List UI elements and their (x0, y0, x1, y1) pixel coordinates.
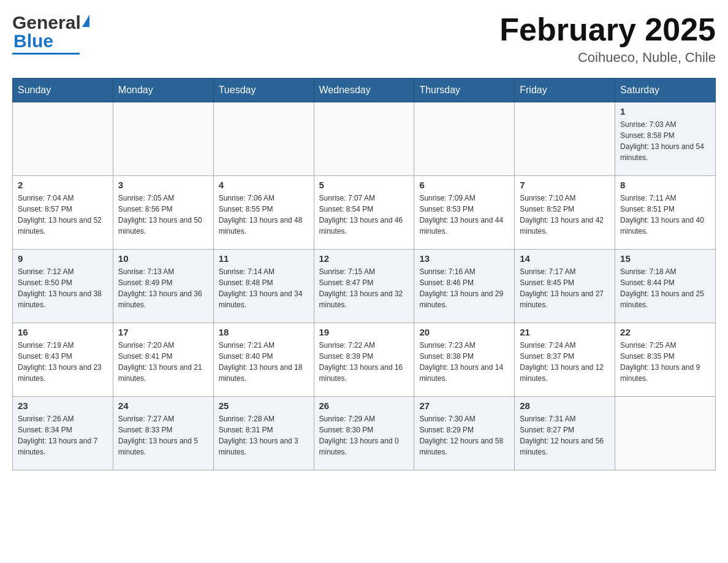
day-info: Sunrise: 7:06 AMSunset: 8:55 PMDaylight:… (219, 193, 309, 237)
day-number: 10 (118, 253, 208, 264)
day-info: Sunrise: 7:13 AMSunset: 8:49 PMDaylight:… (118, 266, 208, 310)
day-info: Sunrise: 7:16 AMSunset: 8:46 PMDaylight:… (419, 266, 509, 310)
logo: General Blue (12, 12, 89, 55)
col-tuesday: Tuesday (213, 79, 314, 102)
col-friday: Friday (515, 79, 615, 102)
logo-triangle-icon (82, 15, 89, 27)
day-number: 26 (319, 400, 409, 411)
calendar-day-cell: 23Sunrise: 7:26 AMSunset: 8:34 PMDayligh… (13, 397, 113, 470)
calendar-day-cell: 16Sunrise: 7:19 AMSunset: 8:43 PMDayligh… (13, 323, 113, 397)
calendar-day-cell: 12Sunrise: 7:15 AMSunset: 8:47 PMDayligh… (314, 250, 414, 323)
day-number: 13 (419, 253, 509, 264)
calendar-header-row: Sunday Monday Tuesday Wednesday Thursday… (13, 79, 716, 102)
calendar-day-cell: 6Sunrise: 7:09 AMSunset: 8:53 PMDaylight… (414, 176, 515, 250)
calendar-day-cell: 2Sunrise: 7:04 AMSunset: 8:57 PMDaylight… (13, 176, 113, 250)
col-wednesday: Wednesday (314, 79, 414, 102)
day-number: 27 (419, 400, 509, 411)
calendar-day-cell: 9Sunrise: 7:12 AMSunset: 8:50 PMDaylight… (13, 250, 113, 323)
day-info: Sunrise: 7:20 AMSunset: 8:41 PMDaylight:… (118, 340, 208, 384)
calendar-day-cell: 19Sunrise: 7:22 AMSunset: 8:39 PMDayligh… (314, 323, 414, 397)
day-info: Sunrise: 7:26 AMSunset: 8:34 PMDaylight:… (18, 413, 108, 458)
day-number: 7 (520, 180, 610, 190)
day-info: Sunrise: 7:21 AMSunset: 8:40 PMDaylight:… (219, 340, 309, 384)
calendar-week-row: 23Sunrise: 7:26 AMSunset: 8:34 PMDayligh… (13, 397, 716, 470)
day-number: 25 (219, 400, 309, 411)
calendar-day-cell (414, 102, 515, 176)
col-sunday: Sunday (13, 79, 113, 102)
calendar-day-cell: 10Sunrise: 7:13 AMSunset: 8:49 PMDayligh… (113, 250, 213, 323)
calendar-day-cell (515, 102, 615, 176)
calendar-day-cell: 15Sunrise: 7:18 AMSunset: 8:44 PMDayligh… (615, 250, 716, 323)
day-info: Sunrise: 7:24 AMSunset: 8:37 PMDaylight:… (520, 340, 610, 384)
calendar-day-cell: 7Sunrise: 7:10 AMSunset: 8:52 PMDaylight… (515, 176, 615, 250)
calendar-day-cell: 5Sunrise: 7:07 AMSunset: 8:54 PMDaylight… (314, 176, 414, 250)
day-number: 22 (620, 327, 710, 337)
day-info: Sunrise: 7:29 AMSunset: 8:30 PMDaylight:… (319, 413, 409, 458)
day-number: 28 (520, 400, 610, 411)
calendar-day-cell: 17Sunrise: 7:20 AMSunset: 8:41 PMDayligh… (113, 323, 213, 397)
day-number: 14 (520, 253, 610, 264)
calendar-day-cell (13, 102, 113, 176)
page-header: General Blue February 2025 Coihueco, Nub… (12, 12, 716, 66)
day-number: 20 (419, 327, 509, 337)
logo-general: General (12, 12, 81, 33)
day-number: 21 (520, 327, 610, 337)
col-thursday: Thursday (414, 79, 515, 102)
calendar-week-row: 16Sunrise: 7:19 AMSunset: 8:43 PMDayligh… (13, 323, 716, 397)
day-number: 17 (118, 327, 208, 337)
day-info: Sunrise: 7:30 AMSunset: 8:29 PMDaylight:… (419, 413, 509, 458)
calendar-day-cell: 14Sunrise: 7:17 AMSunset: 8:45 PMDayligh… (515, 250, 615, 323)
calendar-day-cell: 21Sunrise: 7:24 AMSunset: 8:37 PMDayligh… (515, 323, 615, 397)
calendar-day-cell: 8Sunrise: 7:11 AMSunset: 8:51 PMDaylight… (615, 176, 716, 250)
day-info: Sunrise: 7:10 AMSunset: 8:52 PMDaylight:… (520, 193, 610, 237)
calendar-day-cell: 25Sunrise: 7:28 AMSunset: 8:31 PMDayligh… (213, 397, 314, 470)
day-info: Sunrise: 7:09 AMSunset: 8:53 PMDaylight:… (419, 193, 509, 237)
day-info: Sunrise: 7:11 AMSunset: 8:51 PMDaylight:… (620, 193, 710, 237)
col-saturday: Saturday (615, 79, 716, 102)
month-title: February 2025 (499, 12, 716, 47)
col-monday: Monday (113, 79, 213, 102)
calendar-week-row: 2Sunrise: 7:04 AMSunset: 8:57 PMDaylight… (13, 176, 716, 250)
calendar-day-cell (213, 102, 314, 176)
calendar-table: Sunday Monday Tuesday Wednesday Thursday… (12, 78, 716, 470)
day-number: 3 (118, 180, 208, 190)
calendar-day-cell: 20Sunrise: 7:23 AMSunset: 8:38 PMDayligh… (414, 323, 515, 397)
day-info: Sunrise: 7:04 AMSunset: 8:57 PMDaylight:… (18, 193, 108, 237)
day-number: 18 (219, 327, 309, 337)
day-info: Sunrise: 7:05 AMSunset: 8:56 PMDaylight:… (118, 193, 208, 237)
day-info: Sunrise: 7:22 AMSunset: 8:39 PMDaylight:… (319, 340, 409, 384)
calendar-day-cell: 28Sunrise: 7:31 AMSunset: 8:27 PMDayligh… (515, 397, 615, 470)
day-info: Sunrise: 7:25 AMSunset: 8:35 PMDaylight:… (620, 340, 710, 384)
calendar-day-cell: 4Sunrise: 7:06 AMSunset: 8:55 PMDaylight… (213, 176, 314, 250)
day-info: Sunrise: 7:28 AMSunset: 8:31 PMDaylight:… (219, 413, 309, 458)
calendar-day-cell: 18Sunrise: 7:21 AMSunset: 8:40 PMDayligh… (213, 323, 314, 397)
day-number: 11 (219, 253, 309, 264)
calendar-day-cell (113, 102, 213, 176)
day-info: Sunrise: 7:17 AMSunset: 8:45 PMDaylight:… (520, 266, 610, 310)
day-number: 16 (18, 327, 108, 337)
day-info: Sunrise: 7:27 AMSunset: 8:33 PMDaylight:… (118, 413, 208, 458)
location: Coihueco, Nuble, Chile (499, 50, 716, 66)
day-info: Sunrise: 7:31 AMSunset: 8:27 PMDaylight:… (520, 413, 610, 458)
calendar-week-row: 1Sunrise: 7:03 AMSunset: 8:58 PMDaylight… (13, 102, 716, 176)
day-info: Sunrise: 7:14 AMSunset: 8:48 PMDaylight:… (219, 266, 309, 310)
day-number: 4 (219, 180, 309, 190)
day-number: 6 (419, 180, 509, 190)
calendar-day-cell: 13Sunrise: 7:16 AMSunset: 8:46 PMDayligh… (414, 250, 515, 323)
day-number: 23 (18, 400, 108, 411)
day-number: 15 (620, 253, 710, 264)
calendar-day-cell: 22Sunrise: 7:25 AMSunset: 8:35 PMDayligh… (615, 323, 716, 397)
day-info: Sunrise: 7:12 AMSunset: 8:50 PMDaylight:… (18, 266, 108, 310)
day-number: 1 (620, 106, 710, 117)
calendar-week-row: 9Sunrise: 7:12 AMSunset: 8:50 PMDaylight… (13, 250, 716, 323)
calendar-day-cell: 11Sunrise: 7:14 AMSunset: 8:48 PMDayligh… (213, 250, 314, 323)
day-number: 2 (18, 180, 108, 190)
day-info: Sunrise: 7:19 AMSunset: 8:43 PMDaylight:… (18, 340, 108, 384)
calendar-day-cell: 27Sunrise: 7:30 AMSunset: 8:29 PMDayligh… (414, 397, 515, 470)
day-number: 19 (319, 327, 409, 337)
day-number: 12 (319, 253, 409, 264)
logo-underline (12, 53, 80, 55)
day-info: Sunrise: 7:18 AMSunset: 8:44 PMDaylight:… (620, 266, 710, 310)
calendar-day-cell: 24Sunrise: 7:27 AMSunset: 8:33 PMDayligh… (113, 397, 213, 470)
logo-blue: Blue (13, 31, 53, 52)
